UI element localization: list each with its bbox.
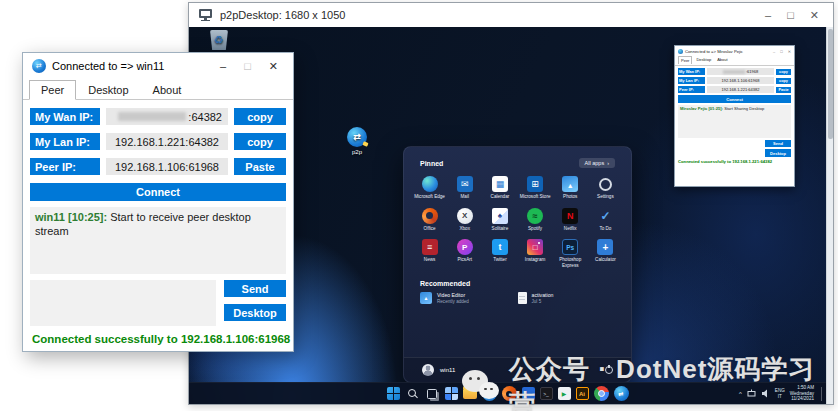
media-player-icon[interactable]: [558, 387, 571, 400]
task-view-icon[interactable]: [425, 386, 440, 401]
maximize-button[interactable]: □: [780, 49, 782, 54]
start-app-photoshop-express[interactable]: Photoshop Express: [553, 237, 588, 270]
copy-button[interactable]: copy: [776, 78, 791, 84]
log-area[interactable]: Miroslav Pejic [01:25]: Start Sharing De…: [678, 105, 791, 138]
scrollbar-thumb[interactable]: [828, 29, 833, 139]
start-app-to-do[interactable]: To Do: [588, 206, 623, 234]
desktop-icon-p2p[interactable]: ⇄ p2p: [331, 127, 383, 155]
tray-chevron-icon[interactable]: ^: [739, 391, 742, 397]
recommended-item-activation[interactable]: activation Jul 5: [518, 292, 616, 305]
network-icon[interactable]: [747, 389, 756, 398]
start-app-twitter[interactable]: Twitter: [482, 237, 517, 270]
office-icon[interactable]: [502, 386, 517, 401]
message-input[interactable]: [30, 280, 216, 326]
all-apps-button[interactable]: All apps ›: [579, 158, 615, 168]
recommended-item-video-editor[interactable]: ▲ Video Editor Recently added: [420, 292, 518, 305]
masked-ip: [118, 112, 186, 121]
my-lan-ip-value[interactable]: 192.168.1.106:61968: [707, 77, 774, 84]
show-desktop-button[interactable]: [821, 387, 823, 401]
tab-desktop[interactable]: Desktop: [694, 56, 713, 64]
calculator-icon: [597, 239, 613, 255]
user-avatar[interactable]: [422, 364, 434, 376]
p2p-logo-icon: ⇄: [347, 127, 367, 147]
start-app-calculator[interactable]: Calculator: [588, 237, 623, 270]
start-app-xbox[interactable]: Xbox: [447, 206, 482, 234]
log-area[interactable]: win11 [10:25]: Start to receive peer des…: [30, 207, 286, 274]
tab-peer[interactable]: Peer: [29, 80, 76, 100]
paste-button[interactable]: Paste: [776, 87, 791, 93]
connect-button[interactable]: Connect: [30, 183, 286, 201]
status-text: Connected successfully to 192.168.1.106:…: [30, 332, 286, 346]
start-app-netflix[interactable]: Netflix: [553, 206, 588, 234]
dialog-titlebar[interactable]: ⇄ Connected to => win11 – □ ✕: [23, 53, 293, 79]
volume-icon[interactable]: [761, 389, 770, 398]
illustrator-icon[interactable]: [576, 387, 589, 400]
my-wan-ip-field[interactable]: :64382: [106, 108, 228, 125]
office-icon: [422, 208, 438, 224]
terminal-icon[interactable]: [540, 387, 553, 400]
tab-desktop[interactable]: Desktop: [76, 80, 140, 100]
app-icon[interactable]: [522, 387, 535, 400]
pinned-apps-grid: Microsoft Edge Mail Calendar Microsoft S…: [404, 171, 631, 270]
picsart-icon: [457, 239, 473, 255]
start-app-microsoft-store[interactable]: Microsoft Store: [518, 174, 553, 202]
remote-dialog-titlebar[interactable]: Connected to => Miroslav Pejic – □ ✕: [675, 46, 794, 56]
chrome-icon[interactable]: [594, 386, 609, 401]
send-button[interactable]: Send: [224, 280, 286, 297]
tab-about[interactable]: About: [141, 80, 194, 100]
connect-button[interactable]: Connect: [678, 95, 791, 103]
connected-dialog: ⇄ Connected to => win11 – □ ✕ Peer Deskt…: [22, 52, 294, 352]
start-app-photos[interactable]: Photos: [553, 174, 588, 202]
p2p-app-icon: [678, 49, 683, 54]
calendar-icon: [492, 176, 508, 192]
p2p-taskbar-icon[interactable]: [614, 386, 629, 401]
peer-ip-label: Peer IP:: [30, 158, 100, 175]
start-app-microsoft-edge[interactable]: Microsoft Edge: [412, 174, 447, 202]
start-app-calendar[interactable]: Calendar: [482, 174, 517, 202]
minimize-button[interactable]: –: [765, 9, 771, 22]
tab-peer[interactable]: Peer: [678, 56, 692, 64]
search-icon[interactable]: [405, 386, 420, 401]
peer-ip-field[interactable]: 192.168.1.106:61968: [106, 158, 228, 175]
send-button[interactable]: Send: [765, 140, 791, 147]
vertical-scrollbar[interactable]: [826, 27, 833, 404]
start-app-instagram[interactable]: Instagram: [518, 237, 553, 270]
system-tray[interactable]: ^ ENG IT 1:50 AM Wednesday 11/24/2021: [739, 383, 823, 404]
news-icon: [422, 239, 438, 255]
power-icon[interactable]: [605, 366, 613, 374]
start-app-picsart[interactable]: PicsArt: [447, 237, 482, 270]
close-button[interactable]: ✕: [788, 49, 791, 54]
language-indicator[interactable]: ENG IT: [775, 388, 785, 399]
start-app-settings[interactable]: Settings: [588, 174, 623, 202]
start-app-spotify[interactable]: Spotify: [518, 206, 553, 234]
maximize-button[interactable]: □: [244, 60, 251, 73]
start-app-solitaire[interactable]: Solitaire: [482, 206, 517, 234]
my-wan-ip-value[interactable]: :61968: [707, 68, 774, 75]
peer-ip-value[interactable]: 192.168.1.221:64382: [707, 86, 774, 93]
desktop-button[interactable]: Desktop: [765, 149, 791, 156]
start-app-office[interactable]: Office: [412, 206, 447, 234]
minimize-button[interactable]: –: [773, 49, 775, 54]
recommended-heading: Recommended: [404, 270, 631, 290]
edge-icon[interactable]: [482, 386, 497, 401]
minimize-button[interactable]: –: [220, 60, 226, 73]
main-titlebar[interactable]: p2pDesktop: 1680 x 1050 – □ ✕: [189, 3, 833, 27]
widgets-icon[interactable]: [445, 387, 458, 400]
my-wan-ip-label: My Wan IP:: [30, 108, 100, 125]
desktop-button[interactable]: Desktop: [224, 304, 286, 321]
tab-about[interactable]: About: [715, 56, 729, 64]
paste-button[interactable]: Paste: [234, 158, 286, 175]
start-button-icon[interactable]: [387, 387, 400, 400]
close-button[interactable]: ✕: [269, 60, 278, 73]
remote-connected-dialog: Connected to => Miroslav Pejic – □ ✕ Pee…: [674, 45, 795, 187]
copy-lan-button[interactable]: copy: [234, 133, 286, 150]
my-lan-ip-field[interactable]: 192.168.1.221:64382: [106, 133, 228, 150]
start-app-mail[interactable]: Mail: [447, 174, 482, 202]
maximize-button[interactable]: □: [787, 9, 794, 22]
taskbar-clock[interactable]: 1:50 AM Wednesday 11/24/2021: [790, 385, 814, 402]
file-explorer-icon[interactable]: [463, 388, 477, 399]
copy-wan-button[interactable]: copy: [234, 108, 286, 125]
close-button[interactable]: ✕: [810, 9, 819, 22]
copy-button[interactable]: copy: [776, 69, 791, 75]
start-app-news[interactable]: News: [412, 237, 447, 270]
